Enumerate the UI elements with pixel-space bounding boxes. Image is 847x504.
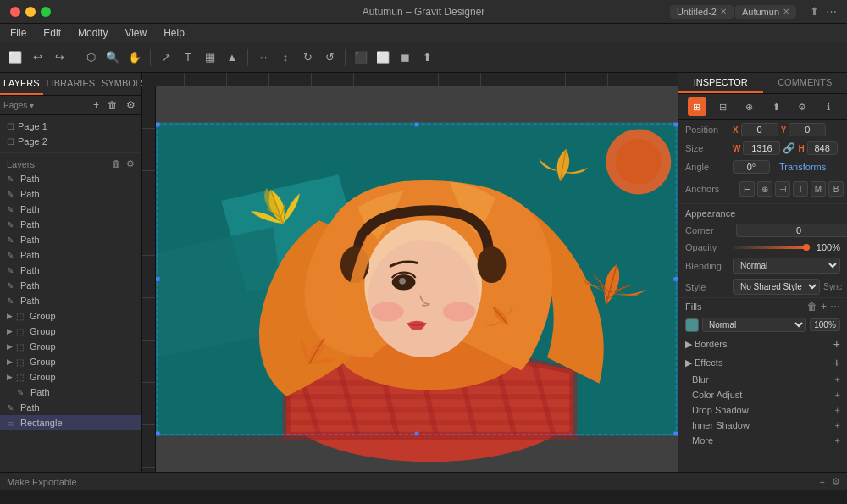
export-icon[interactable]: ⬆ [767, 97, 785, 116]
layer-path-indent[interactable]: ✎ Path [0, 385, 141, 400]
lock-icon[interactable]: 🔗 [783, 142, 795, 154]
style-select[interactable]: No Shared Style [733, 279, 820, 295]
settings-icon[interactable]: ⚙ [793, 97, 811, 116]
layer-group-1[interactable]: ▶ ⬚ Group [0, 308, 141, 324]
delete-layer-btn[interactable]: 🗑 [112, 158, 121, 169]
layer-group-3[interactable]: ▶ ⬚ Group [0, 339, 141, 354]
anchor-top-btn[interactable]: T [793, 181, 808, 197]
layer-path-6[interactable]: ✎ Path [0, 247, 141, 263]
triangle-tool[interactable]: ▲ [222, 47, 242, 68]
tab-autumun[interactable]: Autumun ✕ [735, 5, 796, 19]
more-add-btn[interactable]: + [835, 435, 840, 446]
union-btn[interactable]: ⬛ [351, 47, 371, 68]
layer-group-4[interactable]: ▶ ⬚ Group [0, 354, 141, 369]
tab-comments[interactable]: COMMENTS [763, 73, 848, 93]
borders-arrow[interactable]: ▶ [685, 339, 692, 350]
tab-libraries[interactable]: LIBRARIES [43, 73, 98, 95]
anchor-right-btn[interactable]: ⊣ [775, 181, 790, 197]
layer-path-2[interactable]: ✎ Path [0, 186, 141, 202]
opacity-slider[interactable] [733, 246, 810, 249]
undo-btn[interactable]: ↩ [27, 47, 47, 68]
new-btn[interactable]: ⬜ [5, 47, 25, 68]
group-toggle-4[interactable]: ▶ [7, 357, 13, 366]
flip-h-btn[interactable]: ↔ [253, 47, 274, 68]
info-icon[interactable]: ℹ [819, 97, 838, 116]
layer-path-4[interactable]: ✎ Path [0, 217, 141, 232]
component-icon[interactable]: ⊕ [740, 97, 759, 116]
sync-label[interactable]: Sync [823, 282, 842, 291]
anchor-bottom-btn[interactable]: B [828, 181, 844, 197]
intersect-btn[interactable]: ◼ [395, 47, 415, 68]
x-input[interactable] [741, 123, 778, 136]
layer-path-1[interactable]: ✎ Path [0, 171, 141, 186]
fills-options-btn[interactable]: ⋯ [830, 301, 840, 313]
anchor-center-btn[interactable]: ⊕ [757, 181, 772, 197]
fill-type-select[interactable]: Normal Linear Radial [702, 318, 806, 332]
layer-options-btn[interactable]: ⚙ [126, 158, 135, 169]
export-btn[interactable]: ⬆ [417, 47, 437, 68]
layer-path-9[interactable]: ✎ Path [0, 293, 141, 308]
tab-untitled[interactable]: Untitled-2 ✕ [670, 5, 734, 19]
page-item-2[interactable]: ☐ Page 2 [0, 134, 141, 149]
color-adjust-add-btn[interactable]: + [835, 390, 840, 400]
more-icon[interactable]: ⋯ [826, 5, 837, 18]
rotate-btn[interactable]: ↻ [297, 47, 318, 68]
arrow-tool[interactable]: ↗ [156, 47, 176, 68]
add-page-btn[interactable]: + [91, 97, 102, 113]
image-tool[interactable]: ▦ [200, 47, 220, 68]
fill-opacity-input[interactable] [810, 318, 840, 331]
canvas-main[interactable] [156, 86, 678, 472]
layer-group-2[interactable]: ▶ ⬚ Group [0, 324, 141, 339]
layout-icon[interactable]: ⊟ [714, 97, 733, 116]
align-icon[interactable]: ⊞ [688, 97, 706, 116]
pan-tool[interactable]: ✋ [125, 47, 145, 68]
tab-inspector[interactable]: INSPECTOR [678, 73, 763, 93]
layer-path-8[interactable]: ✎ Path [0, 278, 141, 293]
delete-page-btn[interactable]: 🗑 [105, 97, 120, 113]
drop-shadow-add-btn[interactable]: + [835, 405, 840, 415]
corner-input[interactable] [736, 224, 847, 237]
minimize-button[interactable] [25, 7, 36, 17]
export-settings-btn[interactable]: ⚙ [832, 476, 840, 487]
layer-path-3[interactable]: ✎ Path [0, 202, 141, 217]
transforms-link[interactable]: Transforms [779, 162, 826, 172]
canvas-area[interactable] [142, 73, 678, 472]
layer-path-last[interactable]: ✎ Path [0, 400, 141, 415]
borders-add-btn[interactable]: + [833, 337, 840, 351]
h-input[interactable] [807, 141, 838, 155]
fills-delete-btn[interactable]: 🗑 [807, 301, 817, 313]
maximize-button[interactable] [41, 7, 51, 17]
angle-input[interactable] [733, 160, 770, 174]
menu-edit[interactable]: Edit [40, 27, 64, 39]
menu-help[interactable]: Help [160, 27, 188, 39]
anchor-middle-btn[interactable]: M [811, 181, 826, 197]
redo-btn[interactable]: ↪ [49, 47, 69, 68]
w-input[interactable] [743, 141, 780, 155]
menu-file[interactable]: File [7, 27, 30, 39]
rotate-ccw-btn[interactable]: ↺ [319, 47, 340, 68]
tab-layers[interactable]: LAYERS [0, 73, 43, 95]
layer-rectangle[interactable]: ▭ Rectangle [0, 415, 141, 430]
make-exportable-label[interactable]: Make Exportable [7, 477, 77, 487]
select-tool[interactable]: ⬡ [80, 47, 101, 68]
fills-add-btn[interactable]: + [821, 301, 827, 313]
tab-close-icon[interactable]: ✕ [720, 7, 727, 16]
group-toggle-1[interactable]: ▶ [7, 312, 13, 320]
text-tool[interactable]: T [178, 47, 198, 68]
flip-v-btn[interactable]: ↕ [275, 47, 296, 68]
add-export-btn[interactable]: + [820, 477, 825, 487]
group-toggle-5[interactable]: ▶ [7, 373, 13, 381]
group-toggle-2[interactable]: ▶ [7, 327, 13, 335]
group-toggle-3[interactable]: ▶ [7, 342, 13, 351]
menu-view[interactable]: View [121, 27, 150, 39]
share-icon[interactable]: ⬆ [810, 5, 819, 18]
opacity-thumb[interactable] [803, 244, 810, 251]
fill-color-swatch[interactable] [685, 318, 699, 332]
page-settings-btn[interactable]: ⚙ [124, 97, 138, 113]
effects-add-btn[interactable]: + [833, 356, 840, 369]
menu-modify[interactable]: Modify [75, 27, 111, 39]
layer-path-5[interactable]: ✎ Path [0, 232, 141, 247]
blending-select[interactable]: Normal Multiply Screen Overlay [733, 258, 840, 274]
blur-add-btn[interactable]: + [835, 374, 840, 385]
inner-shadow-add-btn[interactable]: + [835, 420, 840, 430]
